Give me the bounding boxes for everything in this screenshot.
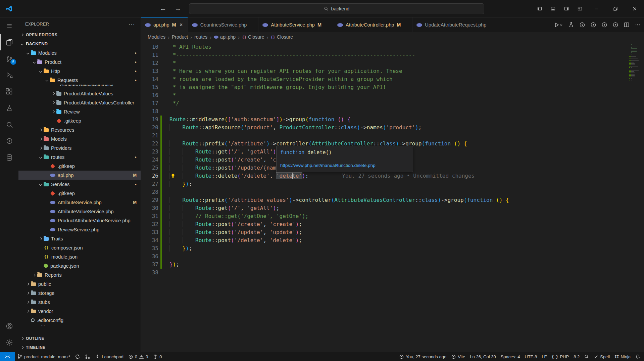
tree-folder-ProductAttributeValues[interactable]: ProductAttributeValues — [18, 89, 141, 98]
encoding-status[interactable]: UTF-8 — [523, 352, 540, 361]
breadcrumb-item-api.php[interactable]: api.php — [214, 34, 236, 40]
tree-root-backend[interactable]: BACKEND — [18, 39, 141, 48]
command-center-search[interactable]: backend — [189, 3, 484, 14]
toggle-sidebar-icon[interactable] — [533, 0, 546, 17]
code-line[interactable]: 16 * — [141, 91, 644, 99]
tree-folder-Reports[interactable]: Reports — [18, 270, 141, 279]
code-line[interactable]: 14 * routes are loaded by the RouteServi… — [141, 75, 644, 83]
tree-file-AttributeValuesController[interactable]: AttributeValuesController — [18, 85, 141, 89]
code-line[interactable]: 15 * is assigned the "api" middleware gr… — [141, 83, 644, 91]
tree-file-.gitkeep[interactable]: .gitkeep — [18, 116, 141, 125]
ports-button[interactable]: 0 — [150, 352, 164, 361]
cursor-position-status[interactable]: Ln 26, Col 39 — [467, 352, 498, 361]
launchpad-button[interactable]: Launchpad — [93, 352, 126, 361]
code-line[interactable]: 37}); — [141, 261, 644, 269]
tree-file-.gitkeep[interactable]: .gitkeep — [18, 189, 141, 198]
code-line[interactable]: 27 }); — [141, 180, 644, 188]
tree-folder-Review[interactable]: Review — [18, 107, 141, 116]
tree-folder-Services[interactable]: Services● — [18, 180, 141, 189]
run-file-button[interactable] — [554, 22, 563, 28]
git-graph-button[interactable] — [83, 352, 93, 361]
code-line[interactable]: 30 Route::get('/', 'getAll'); — [141, 204, 644, 212]
tree-folder-Requests[interactable]: Requests● — [18, 76, 141, 85]
code-line[interactable]: 34 Route::post('/delete', 'delete'); — [141, 236, 644, 244]
tree-folder-Providers[interactable]: Providers — [18, 143, 141, 152]
debug-console-icon[interactable] — [0, 133, 18, 149]
language-status[interactable]: { } PHP — [549, 352, 572, 361]
tree-file-api.php[interactable]: api.phpM — [18, 171, 141, 180]
tree-folder-Http[interactable]: Http● — [18, 66, 141, 76]
php-version-status[interactable]: 8.2 — [571, 352, 582, 361]
tab-api.php[interactable]: api.phpM× — [141, 17, 188, 32]
nav-back-circle-icon[interactable] — [579, 22, 585, 28]
code-line[interactable]: 32 Route::post('/create', 'create'); — [141, 220, 644, 228]
blame-status[interactable]: You, 27 seconds ago — [397, 352, 449, 361]
tree-file-AttributeValueService.php[interactable]: AttributeValueService.php — [18, 207, 141, 216]
indentation-status[interactable]: Spaces: 4 — [498, 352, 523, 361]
search-icon[interactable] — [0, 116, 18, 133]
tab-AttributeController.php[interactable]: AttributeController.phpM — [333, 17, 412, 32]
minimize-button[interactable] — [587, 0, 606, 17]
tree-folder-ProductAttributeValuesController[interactable]: ProductAttributeValuesController — [18, 98, 141, 107]
nav-forward-circle-icon[interactable] — [601, 22, 607, 28]
tree-folder-Product[interactable]: Product● — [18, 57, 141, 66]
tree-folder-Resources[interactable]: Resources — [18, 125, 141, 134]
code-line[interactable]: 28 — [141, 188, 644, 196]
vite-status[interactable]: Vite — [449, 352, 467, 361]
run-circle-icon[interactable] — [612, 22, 618, 28]
tree-file-...[interactable]: ... — [18, 325, 141, 329]
tree-file-ReviewService.php[interactable]: ReviewService.php — [18, 225, 141, 234]
toggle-panel-icon[interactable] — [546, 0, 560, 17]
tree-folder-stubs[interactable]: stubs — [18, 298, 141, 307]
code-line[interactable]: 21 — [141, 132, 644, 140]
tree-file-.editorconfig[interactable]: .editorconfig — [18, 316, 141, 325]
record-circle-icon[interactable] — [590, 22, 596, 28]
tree-folder-public[interactable]: public — [18, 279, 141, 288]
code-line[interactable]: 33 Route::post('/update', 'update'); — [141, 228, 644, 236]
open-editors-header[interactable]: OPEN EDITORS — [18, 30, 141, 39]
sync-changes-button[interactable] — [72, 352, 83, 361]
code-line[interactable]: 20 Route::apiResource('product', Product… — [141, 124, 644, 132]
customize-layout-icon[interactable] — [573, 0, 587, 17]
go-forward-button[interactable]: → — [175, 5, 181, 12]
code-line[interactable]: 17 */ — [141, 99, 644, 107]
notifications-bell[interactable] — [633, 352, 643, 361]
minimap[interactable] — [629, 42, 639, 352]
breadcrumb-item-Closure[interactable]: {}Closure — [271, 34, 293, 40]
search-status-icon[interactable] — [582, 352, 591, 361]
database-icon[interactable] — [0, 149, 18, 166]
tab-UpdateAttributeRequest.php[interactable]: UpdateAttributeRequest.php — [412, 17, 498, 32]
git-branch-status[interactable]: product_module_moaz* — [15, 352, 72, 361]
breadcrumb-item-Modules[interactable]: Modules — [148, 34, 165, 40]
tree-folder-Models[interactable]: Models — [18, 134, 141, 143]
code-line[interactable]: 19Route::middleware(['auth:sanctum'])->g… — [141, 116, 644, 124]
tree-folder-Modules[interactable]: Modules● — [18, 48, 141, 57]
remote-indicator[interactable]: >< — [0, 352, 15, 361]
explorer-icon[interactable] — [0, 34, 18, 50]
close-window-button[interactable] — [625, 0, 644, 17]
tree-file-package.json[interactable]: package.json — [18, 261, 141, 270]
code-line[interactable]: 11 *------------------------------------… — [141, 51, 644, 59]
close-tab-button[interactable]: × — [179, 22, 184, 28]
timeline-header[interactable]: TIMELINE — [18, 343, 141, 352]
breadcrumb-item-Product[interactable]: Product — [172, 34, 188, 40]
tree-file-.gitkeep[interactable]: .gitkeep — [18, 162, 141, 171]
outline-header[interactable]: OUTLINE — [18, 334, 141, 343]
code-line[interactable]: 26 Route::delete('/delete', 'delete');Yo… — [141, 172, 644, 180]
toggle-secondary-sidebar-icon[interactable] — [560, 0, 573, 17]
problems-button[interactable]: 0 0 — [126, 352, 150, 361]
tree-folder-vendor[interactable]: vendor — [18, 307, 141, 316]
source-control-icon[interactable]: 5 — [0, 50, 18, 67]
accounts-icon[interactable] — [0, 318, 18, 334]
breadcrumb-item-Closure[interactable]: {}Closure — [242, 34, 264, 40]
tree-folder-routes[interactable]: routes● — [18, 152, 141, 162]
testing-icon[interactable] — [0, 100, 18, 116]
menu-icon[interactable] — [0, 17, 18, 34]
go-back-button[interactable]: ← — [160, 5, 166, 12]
tree-folder-storage[interactable]: storage — [18, 288, 141, 298]
more-actions-icon[interactable]: ··· — [129, 21, 135, 27]
code-line[interactable]: 13 * Here is where you can register API … — [141, 67, 644, 75]
ninja-status[interactable]: II Ninja — [612, 352, 633, 361]
code-editor[interactable]: 10 * API Routes11 *---------------------… — [141, 42, 644, 352]
tab-CountriesService.php[interactable]: CountriesService.php — [188, 17, 259, 32]
